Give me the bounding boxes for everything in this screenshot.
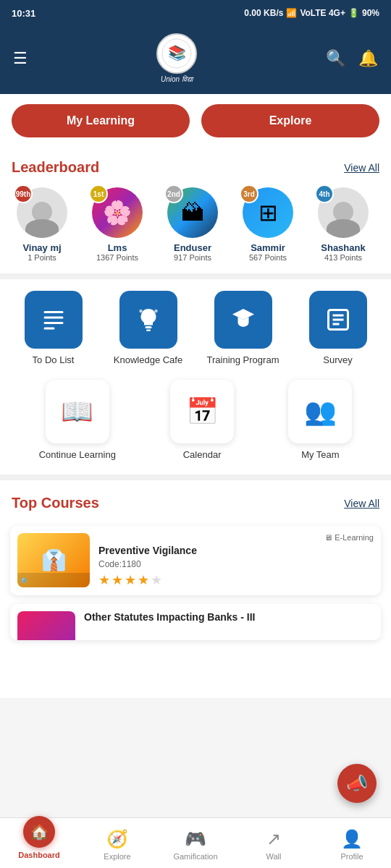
action-icon-training [214,291,272,349]
lb-points: 413 Points [324,253,362,262]
action-knowledge[interactable]: Knowledge Cafe [104,291,193,365]
nav-icon-gamification: 🎮 [185,829,206,849]
network-type: VoLTE 4G+ [300,8,345,18]
rank-badge: 4th [315,184,334,203]
avatar-wrap: ⊞ 3rd [243,187,293,238]
leaderboard-title: Leaderboard [12,159,99,176]
bell-icon[interactable]: 🔔 [358,49,378,68]
rank-badge: 1st [89,184,108,203]
lb-name: Sammir [251,242,285,253]
logo-svg: 📚 [161,38,192,69]
sec-label-my-team: My Team [301,449,340,460]
star-icon: ★ [125,572,136,588]
star-icon: ★ [151,572,162,588]
course-stars-1: ★★★★★ [98,572,374,588]
sec-label-calendar: Calendar [183,449,222,460]
course-thumb-1: 👔 ⚙️ [17,533,90,587]
svg-marker-10 [232,309,254,320]
leaderboard-item[interactable]: ⊞ 3rd Sammir 567 Points [233,187,303,262]
action-label-knowledge: Knowledge Cafe [114,354,182,365]
my-learning-tab[interactable]: My Learning [12,104,190,137]
tab-row: My Learning Explore [0,94,391,148]
fab-button[interactable]: 📣 [337,764,377,803]
rank-badge: 3rd [240,184,258,203]
leaderboard-item[interactable]: 🌸 1st Lms 1367 Points [83,187,152,262]
svg-rect-2 [43,311,63,313]
leaderboard-view-all[interactable]: View All [344,162,379,174]
action-icon-knowledge [119,291,177,349]
menu-icon[interactable]: ☰ [13,49,28,68]
nav-label-wall: Wall [266,852,282,861]
search-icon[interactable]: 🔍 [326,49,345,68]
course-info-1: 🖥 E-Learning Preventive Vigilance Code:1… [98,533,374,588]
nav-item-profile[interactable]: 👤 Profile [313,829,391,861]
lb-points: 567 Points [249,253,287,262]
sec-icon-continue-learning: 📖 [46,380,109,443]
sec-label-continue-learning: Continue Learning [39,449,116,460]
status-time: 10:31 [12,8,35,19]
top-courses-title: Top Courses [12,495,99,511]
action-training[interactable]: Training Program [198,291,287,365]
course-type-1: 🖥 E-Learning [324,533,374,542]
action-todo[interactable]: To Do List [9,291,98,365]
sec-action-my-team[interactable]: 👥 My Team [288,380,352,460]
action-label-training: Training Program [207,354,279,365]
status-bar: 10:31 0.00 KB/s 📶 VoLTE 4G+ 🔋 90% [0,0,391,26]
course-card-1[interactable]: 👔 ⚙️ 🖥 E-Learning Preventive Vigilance C… [10,526,381,595]
status-right: 0.00 KB/s 📶 VoLTE 4G+ 🔋 90% [244,8,379,18]
rank-badge: 99th [14,184,33,203]
secondary-actions: 📖 Continue Learning 📅 Calendar 👥 My Team [0,371,391,475]
battery-level: 90% [362,8,379,18]
nav-label-profile: Profile [340,852,363,861]
nav-label-dashboard: Dashboard [18,851,59,859]
svg-rect-6 [145,326,151,328]
app-logo: 📚 Union विद्या [156,33,197,84]
star-icon: ★ [138,572,149,588]
sec-action-calendar[interactable]: 📅 Calendar [170,380,234,460]
dashboard-icon-wrap: 🏠 [23,816,55,848]
network-icon: 📶 [286,8,297,18]
leaderboard-list: 99th Vinay mj 1 Points 🌸 1st Lms 1367 Po… [0,182,391,273]
svg-point-8 [154,310,158,313]
avatar-wrap: 🌸 1st [92,187,143,238]
lb-name: Lms [108,242,127,253]
svg-point-9 [139,310,143,313]
lb-points: 917 Points [174,253,211,262]
top-courses-view-all[interactable]: View All [344,498,379,509]
battery-icon: 🔋 [348,8,359,18]
leaderboard-item[interactable]: 99th Vinay mj 1 Points [7,187,77,262]
leaderboard-header: Leaderboard View All [0,148,391,182]
leaderboard-item[interactable]: 🏔 2nd Enduser 917 Points [158,187,227,262]
svg-rect-7 [146,330,151,331]
explore-tab[interactable]: Explore [201,104,379,137]
star-icon: ★ [98,572,110,588]
logo-circle: 📚 [156,33,197,74]
svg-rect-3 [43,317,63,319]
nav-item-gamification[interactable]: 🎮 Gamification [156,829,235,861]
data-speed: 0.00 KB/s [244,8,283,18]
action-label-survey: Survey [323,354,352,365]
course-code-1: Code:1180 [98,559,374,569]
action-survey[interactable]: Survey [293,291,382,365]
nav-icon-dashboard: 🏠 [30,823,49,841]
lb-points: 1 Points [28,253,56,262]
leaderboard-item[interactable]: 4th Shashank 413 Points [308,187,378,262]
sec-action-continue-learning[interactable]: 📖 Continue Learning [39,380,116,460]
nav-icon-profile: 👤 [341,829,363,849]
lb-name: Enduser [174,242,211,253]
nav-label-explore: Explore [104,852,130,861]
nav-item-wall[interactable]: ↗ Wall [235,829,313,861]
quick-actions-row: To Do List Knowledge Cafe Training Progr… [9,291,382,365]
lb-points: 1367 Points [96,253,138,262]
nav-item-explore[interactable]: 🧭 Explore [78,829,156,861]
rank-badge: 2nd [164,184,183,203]
avatar-wrap: 🏔 2nd [167,187,218,238]
nav-item-dashboard[interactable]: 🏠 Dashboard [0,830,78,859]
quick-actions: To Do List Knowledge Cafe Training Progr… [0,279,391,371]
nav-icon-wall: ↗ [266,829,281,849]
course-card-2[interactable]: Other Statutes Impacting Banks - III [10,604,381,640]
main-content: My Learning Explore Leaderboard View All… [0,94,391,698]
avatar-wrap: 99th [17,187,67,238]
svg-text:📚: 📚 [168,44,186,61]
top-courses-header: Top Courses View All [0,483,391,517]
